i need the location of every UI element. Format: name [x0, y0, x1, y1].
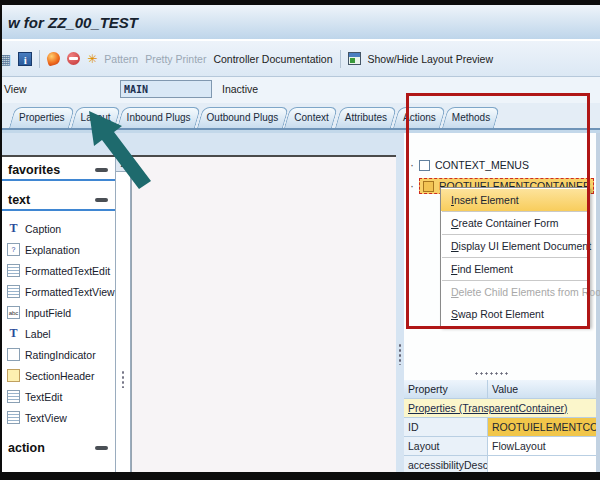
label-icon: T — [7, 327, 20, 340]
property-table: Property Value Properties (TransparentCo… — [404, 380, 596, 475]
show-hide-layout-preview-button[interactable]: Show/Hide Layout Preview — [368, 53, 493, 65]
scroll-up-icon[interactable]: ▲ — [116, 157, 130, 172]
tree-item-context-menus[interactable]: · CONTEXT_MENUS — [410, 159, 529, 171]
tree-bullet-icon: · — [410, 160, 414, 170]
layout-design-canvas[interactable] — [131, 157, 396, 472]
palette-item-label[interactable]: TLabel — [2, 323, 115, 344]
toolbar: ▦ i ✳ Pattern Pretty Printer Controller … — [0, 41, 600, 77]
property-value[interactable]: FlowLayout — [488, 437, 596, 455]
property-name: ID — [404, 418, 488, 436]
left-black-border — [0, 5, 2, 472]
controller-documentation-button[interactable]: Controller Documentation — [213, 53, 332, 65]
property-group-title: Properties (TransparentContainer) — [404, 399, 572, 417]
tab-context[interactable]: Context — [287, 107, 335, 128]
view-name-input[interactable] — [120, 80, 212, 98]
menu-item-create-container-form[interactable]: Create Container Form — [441, 212, 589, 234]
splitter-grip-dots[interactable] — [398, 343, 402, 365]
tab-properties[interactable]: Properties — [12, 107, 72, 128]
palette-scrollbar[interactable]: ▲ — [115, 157, 131, 472]
tab-layout[interactable]: Layout — [74, 107, 118, 128]
info-icon[interactable]: i — [18, 52, 32, 66]
ui-element-palette: favorites text TCaption ?Explanation For… — [2, 157, 115, 472]
palette-section-action: action — [2, 438, 115, 457]
formatted-text-view-icon — [7, 285, 20, 298]
section-title: favorites — [8, 163, 60, 177]
palette-item-formattedtextview[interactable]: FormattedTextView — [2, 281, 115, 302]
property-value[interactable]: ROOTUIELEMENTCONTAINER — [488, 418, 596, 436]
view-label: View — [4, 83, 27, 95]
tab-outbound-plugs[interactable]: Outbound Plugs — [200, 107, 286, 128]
palette-item-caption[interactable]: TCaption — [2, 218, 115, 239]
window-title: w for ZZ_00_TEST — [8, 14, 138, 31]
palette-item-inputfield[interactable]: abcInputField — [2, 302, 115, 323]
menu-item-insert-element[interactable]: Insert Element — [441, 189, 589, 211]
view-status: Inactive — [222, 83, 258, 95]
section-title: text — [8, 193, 30, 207]
right-edge-strip — [596, 133, 600, 472]
title-bar: w for ZZ_00_TEST — [0, 5, 600, 41]
menu-item-display-ui-element-document[interactable]: Display UI Element Document — [441, 235, 589, 257]
toolbar-separator — [39, 50, 40, 68]
context-menu: Insert Element Create Container Form Dis… — [440, 187, 590, 327]
palette-item-textedit[interactable]: TextEdit — [2, 386, 115, 407]
section-header-icon — [7, 369, 20, 382]
text-edit-icon — [7, 390, 20, 403]
checkbox-icon[interactable] — [419, 160, 430, 171]
menu-item-swap-root-element[interactable]: Swap Root Element — [441, 303, 589, 325]
section-divider — [2, 209, 115, 211]
view-form-row: View Inactive — [0, 77, 600, 103]
palette-item-textview[interactable]: TextView — [2, 407, 115, 428]
collapse-icon[interactable] — [95, 168, 108, 172]
collapse-icon[interactable] — [95, 446, 108, 450]
layout-preview-icon[interactable] — [348, 52, 361, 65]
explanation-icon: ? — [7, 243, 20, 256]
tab-strip: Properties Layout Inbound Plugs Outbound… — [0, 103, 600, 128]
section-divider — [2, 179, 115, 181]
caption-icon: T — [7, 222, 20, 235]
tab-actions[interactable]: Actions — [396, 107, 443, 128]
palette-item-list: TCaption ?Explanation FormattedTextEdit … — [2, 218, 115, 428]
menu-item-delete-child-elements: Delete Child Elements from Root — [441, 281, 589, 303]
horizontal-splitter-grip[interactable] — [474, 371, 508, 376]
property-column-header: Property — [404, 380, 488, 398]
tab-attributes[interactable]: Attributes — [338, 107, 394, 128]
sap-view-designer-window: w for ZZ_00_TEST ▦ i ✳ Pattern Pretty Pr… — [0, 0, 600, 480]
table-row-layout: Layout FlowLayout — [404, 437, 596, 456]
tab-methods[interactable]: Methods — [445, 107, 497, 128]
scrollbar-grip-dots[interactable] — [121, 370, 125, 388]
pattern-button[interactable]: Pattern — [104, 53, 138, 65]
formatted-text-edit-icon — [7, 264, 20, 277]
tree-bullet-icon: · — [410, 181, 414, 191]
check-flame-icon[interactable] — [46, 51, 62, 67]
checkbox-icon[interactable] — [423, 181, 434, 192]
collapse-icon[interactable] — [95, 198, 108, 202]
property-group-row[interactable]: Properties (TransparentContainer) — [404, 399, 596, 418]
palette-item-ratingindicator[interactable]: RatingIndicator — [2, 344, 115, 365]
top-black-border — [0, 0, 600, 5]
value-column-header: Value — [488, 380, 596, 398]
vertical-splitter[interactable] — [396, 133, 404, 472]
section-title: action — [8, 441, 45, 455]
property-table-header: Property Value — [404, 380, 596, 399]
table-row-id: ID ROOTUIELEMENTCONTAINER — [404, 418, 596, 437]
text-view-icon — [7, 411, 20, 424]
palette-item-explanation[interactable]: ?Explanation — [2, 239, 115, 260]
rating-indicator-icon — [7, 348, 20, 361]
palette-section-text: text — [2, 190, 115, 209]
pretty-printer-button[interactable]: Pretty Printer — [145, 53, 206, 65]
property-name: Layout — [404, 437, 488, 455]
palette-section-favorites: favorites — [2, 160, 115, 179]
bottom-black-border — [0, 472, 600, 480]
tab-inbound-plugs[interactable]: Inbound Plugs — [120, 107, 198, 128]
menu-item-find-element[interactable]: Find Element — [441, 258, 589, 280]
wizard-wand-icon[interactable]: ✳ — [87, 53, 97, 65]
input-field-icon: abc — [7, 306, 20, 319]
toolbar-separator — [340, 50, 341, 68]
activate-icon[interactable] — [67, 52, 80, 65]
palette-item-sectionheader[interactable]: SectionHeader — [2, 365, 115, 386]
palette-item-formattedtextedit[interactable]: FormattedTextEdit — [2, 260, 115, 281]
tree-item-label: CONTEXT_MENUS — [435, 159, 529, 171]
